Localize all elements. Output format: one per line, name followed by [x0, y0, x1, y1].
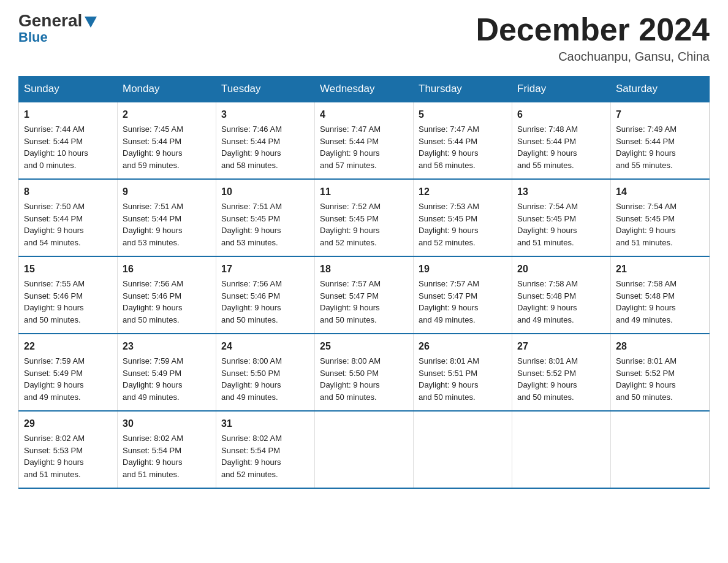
calendar-cell: 23Sunrise: 7:59 AMSunset: 5:49 PMDayligh… [118, 334, 216, 411]
day-info: Sunrise: 7:49 AM [616, 123, 704, 136]
day-info: Sunset: 5:48 PM [616, 290, 704, 302]
day-info: Sunrise: 7:53 AM [419, 201, 507, 213]
day-info: Daylight: 9 hours [419, 224, 507, 237]
calendar-cell: 26Sunrise: 8:01 AMSunset: 5:51 PMDayligh… [414, 334, 512, 411]
day-info: Daylight: 9 hours [616, 224, 704, 237]
calendar-cell: 18Sunrise: 7:57 AMSunset: 5:47 PMDayligh… [315, 256, 414, 334]
day-number: 5 [419, 107, 507, 122]
day-info: Sunset: 5:52 PM [616, 367, 704, 380]
day-info: and 59 minutes. [123, 159, 211, 172]
day-info: Sunset: 5:47 PM [419, 290, 507, 302]
day-info: Sunset: 5:50 PM [320, 367, 408, 380]
calendar-cell: 21Sunrise: 7:58 AMSunset: 5:48 PMDayligh… [611, 256, 710, 334]
calendar-week-2: 8Sunrise: 7:50 AMSunset: 5:44 PMDaylight… [19, 179, 710, 256]
day-info: Sunrise: 7:51 AM [221, 201, 309, 213]
day-info: Daylight: 9 hours [616, 147, 704, 159]
day-number: 20 [517, 262, 605, 277]
day-info: Sunset: 5:44 PM [24, 213, 112, 225]
day-info: Sunrise: 7:59 AM [123, 355, 211, 367]
day-info: Daylight: 9 hours [320, 379, 408, 391]
header-wednesday: Wednesday [315, 77, 414, 102]
day-info: Daylight: 9 hours [24, 302, 112, 314]
calendar-cell [315, 411, 414, 488]
day-info: and 49 minutes. [24, 391, 112, 404]
day-info: Daylight: 10 hours [24, 147, 112, 159]
day-info: and 50 minutes. [320, 391, 408, 404]
day-info: Sunrise: 8:01 AM [616, 355, 704, 367]
day-info: and 55 minutes. [517, 159, 605, 172]
day-number: 21 [616, 262, 704, 277]
day-info: Sunrise: 7:47 AM [320, 123, 408, 136]
day-info: Sunrise: 7:48 AM [517, 123, 605, 136]
day-info: Daylight: 9 hours [24, 456, 112, 469]
day-info: Sunset: 5:44 PM [517, 136, 605, 148]
calendar-cell: 5Sunrise: 7:47 AMSunset: 5:44 PMDaylight… [414, 102, 512, 179]
day-info: Sunrise: 7:57 AM [419, 278, 507, 290]
day-info: Sunset: 5:44 PM [419, 136, 507, 148]
calendar-week-3: 15Sunrise: 7:55 AMSunset: 5:46 PMDayligh… [19, 256, 710, 334]
page-header: General Blue December 2024 Caochuanpu, G… [18, 12, 710, 64]
day-info: Sunset: 5:46 PM [24, 290, 112, 302]
day-number: 16 [123, 262, 211, 277]
calendar-table: SundayMondayTuesdayWednesdayThursdayFrid… [18, 76, 710, 489]
day-info: Sunset: 5:49 PM [24, 367, 112, 380]
day-info: Sunrise: 7:50 AM [24, 201, 112, 213]
day-info: Sunrise: 7:45 AM [123, 123, 211, 136]
day-info: and 50 minutes. [221, 314, 309, 326]
day-info: Sunset: 5:44 PM [616, 136, 704, 148]
day-info: Daylight: 9 hours [123, 147, 211, 159]
day-info: Sunset: 5:45 PM [320, 213, 408, 225]
day-info: Sunrise: 7:57 AM [320, 278, 408, 290]
day-info: Sunset: 5:44 PM [24, 136, 112, 148]
day-number: 6 [517, 107, 605, 122]
day-info: Daylight: 9 hours [616, 302, 704, 314]
day-info: Sunset: 5:50 PM [221, 367, 309, 380]
logo-blue-text: Blue [18, 31, 48, 44]
day-info: Daylight: 9 hours [123, 224, 211, 237]
day-info: Daylight: 9 hours [123, 456, 211, 469]
day-info: and 50 minutes. [320, 314, 408, 326]
day-number: 19 [419, 262, 507, 277]
day-info: Sunset: 5:45 PM [419, 213, 507, 225]
calendar-cell: 3Sunrise: 7:46 AMSunset: 5:44 PMDaylight… [216, 102, 315, 179]
day-info: Sunset: 5:45 PM [517, 213, 605, 225]
calendar-cell: 31Sunrise: 8:02 AMSunset: 5:54 PMDayligh… [216, 411, 315, 488]
day-info: Sunrise: 8:00 AM [221, 355, 309, 367]
day-info: Sunset: 5:44 PM [320, 136, 408, 148]
calendar-week-1: 1Sunrise: 7:44 AMSunset: 5:44 PMDaylight… [19, 102, 710, 179]
day-info: Sunrise: 7:59 AM [24, 355, 112, 367]
day-info: and 50 minutes. [419, 391, 507, 404]
day-info: Sunrise: 7:52 AM [320, 201, 408, 213]
day-info: Sunset: 5:53 PM [24, 445, 112, 457]
month-title: December 2024 [476, 12, 710, 47]
day-info: Daylight: 9 hours [320, 147, 408, 159]
day-number: 31 [221, 416, 309, 431]
day-info: Daylight: 9 hours [517, 147, 605, 159]
day-info: and 50 minutes. [616, 391, 704, 404]
day-info: Sunrise: 7:58 AM [517, 278, 605, 290]
day-info: Sunset: 5:54 PM [221, 445, 309, 457]
day-info: Daylight: 9 hours [24, 379, 112, 391]
header-sunday: Sunday [19, 77, 118, 102]
day-info: Sunrise: 7:55 AM [24, 278, 112, 290]
day-info: Daylight: 9 hours [517, 302, 605, 314]
day-number: 7 [616, 107, 704, 122]
calendar-cell: 1Sunrise: 7:44 AMSunset: 5:44 PMDaylight… [19, 102, 118, 179]
calendar-cell: 28Sunrise: 8:01 AMSunset: 5:52 PMDayligh… [611, 334, 710, 411]
calendar-cell: 27Sunrise: 8:01 AMSunset: 5:52 PMDayligh… [512, 334, 611, 411]
title-block: December 2024 Caochuanpu, Gansu, China [476, 12, 710, 64]
day-info: and 57 minutes. [320, 159, 408, 172]
logo-general: General [18, 12, 97, 29]
day-number: 1 [24, 107, 112, 122]
location: Caochuanpu, Gansu, China [476, 50, 710, 64]
logo-general-text: General [18, 12, 82, 29]
day-info: and 53 minutes. [221, 237, 309, 249]
day-info: Sunrise: 8:00 AM [320, 355, 408, 367]
day-info: and 49 minutes. [123, 391, 211, 404]
day-info: and 49 minutes. [616, 314, 704, 326]
day-info: and 52 minutes. [320, 237, 408, 249]
calendar-cell: 15Sunrise: 7:55 AMSunset: 5:46 PMDayligh… [19, 256, 118, 334]
day-info: and 54 minutes. [24, 237, 112, 249]
calendar-cell: 7Sunrise: 7:49 AMSunset: 5:44 PMDaylight… [611, 102, 710, 179]
day-info: Sunrise: 8:02 AM [221, 432, 309, 445]
